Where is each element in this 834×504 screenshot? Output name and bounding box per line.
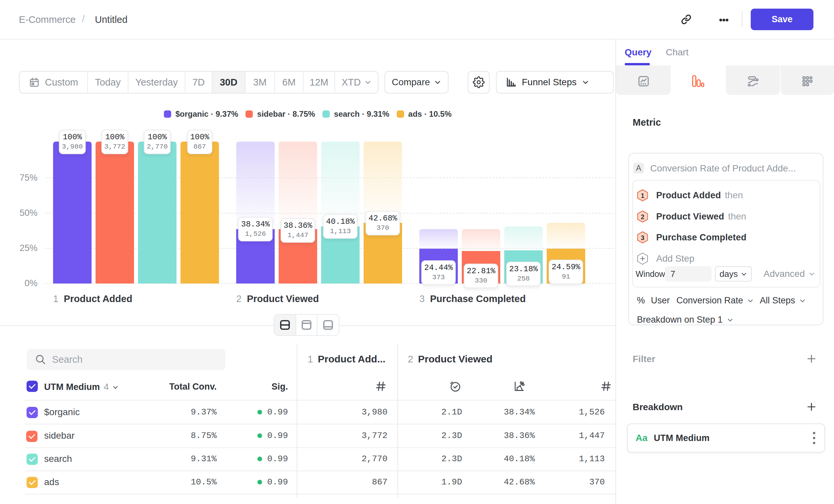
svg-text:3: 3 — [641, 234, 644, 242]
svg-text:1: 1 — [641, 192, 644, 199]
svg-text:2: 2 — [641, 213, 644, 221]
